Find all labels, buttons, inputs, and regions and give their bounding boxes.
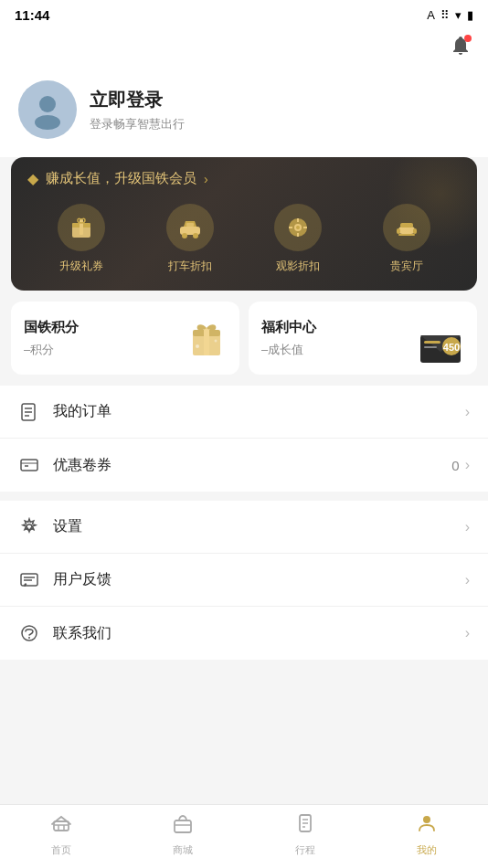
coupon-icon: [18, 454, 40, 476]
settings-icon: [18, 516, 40, 538]
svg-rect-28: [424, 346, 437, 348]
svg-rect-23: [204, 328, 209, 355]
vip-banner: ◆ 赚成长值，升级国铁会员 › 升级礼券: [11, 157, 477, 291]
status-bar: 11:44 A ⠿ ▾ ▮: [0, 0, 488, 29]
card-points[interactable]: 国铁积分 –积分: [11, 302, 239, 375]
svg-point-54: [423, 816, 430, 823]
card-points-image: [179, 313, 234, 373]
svg-point-11: [296, 226, 300, 229]
vip-lounge-icon: [383, 204, 430, 251]
notification-bell[interactable]: [448, 33, 473, 58]
home-tab-label: 首页: [51, 843, 71, 857]
tab-shop[interactable]: 商城: [122, 812, 245, 861]
svg-rect-17: [397, 228, 400, 234]
vip-item-upgrade[interactable]: 升级礼券: [58, 204, 105, 274]
vip-arrow-icon: ›: [204, 172, 208, 186]
vip-car-icon: [166, 204, 214, 251]
vip-movie-label: 观影折扣: [276, 259, 320, 274]
signal-icon: A: [427, 8, 435, 22]
coupons-badge: 0: [451, 458, 459, 473]
svg-text:450: 450: [443, 342, 460, 353]
vip-lounge-label: 贵宾厅: [390, 259, 423, 274]
vip-taxi-label: 打车折扣: [168, 259, 212, 274]
menu-item-contact[interactable]: 联系我们 ›: [0, 607, 488, 660]
card-points-text: 国铁积分 –积分: [24, 319, 79, 358]
avatar-icon: [26, 88, 69, 132]
svg-rect-16: [398, 227, 415, 234]
status-icons: A ⠿ ▾ ▮: [427, 8, 473, 22]
tab-mine[interactable]: 我的: [366, 812, 489, 861]
svg-point-7: [193, 233, 198, 238]
card-points-title: 国铁积分: [24, 319, 79, 336]
svg-point-43: [28, 637, 30, 639]
svg-rect-8: [186, 223, 194, 227]
svg-point-24: [196, 344, 199, 348]
vip-title: 赚成长值，升级国铁会员: [46, 170, 196, 187]
vip-upgrade-label: 升级礼券: [59, 259, 103, 274]
feedback-chevron: ›: [465, 572, 470, 588]
svg-rect-20: [398, 234, 415, 236]
svg-rect-18: [413, 228, 417, 234]
status-time: 11:44: [15, 7, 49, 23]
vip-diamond-icon: ◆: [27, 170, 38, 187]
orders-label: 我的订单: [53, 402, 460, 421]
vip-movie-icon: [274, 204, 322, 251]
card-welfare-sub: –成长值: [261, 342, 316, 358]
tab-trip[interactable]: 行程: [244, 812, 366, 861]
vip-item-taxi[interactable]: 打车折扣: [166, 204, 214, 274]
vip-items: 升级礼券 打车折扣: [27, 204, 461, 274]
orders-chevron: ›: [465, 404, 470, 420]
vip-item-lounge[interactable]: 贵宾厅: [383, 204, 430, 274]
svg-point-0: [39, 96, 56, 112]
card-points-sub: –积分: [24, 342, 79, 358]
vip-gift-icon: [58, 204, 105, 251]
profile-subtitle: 登录畅享智慧出行: [90, 116, 185, 132]
card-welfare[interactable]: 福利中心 –成长值 450: [249, 302, 477, 375]
svg-rect-27: [424, 341, 440, 344]
feedback-label: 用户反馈: [53, 570, 460, 589]
battery-icon: ▮: [467, 8, 473, 22]
vip-header[interactable]: ◆ 赚成长值，升级国铁会员 ›: [27, 170, 461, 187]
menu-item-coupons[interactable]: 优惠卷券 0 ›: [0, 439, 488, 492]
vip-item-movie[interactable]: 观影折扣: [274, 204, 322, 274]
svg-point-6: [182, 233, 187, 238]
tab-home[interactable]: 首页: [0, 812, 122, 861]
svg-point-1: [35, 115, 60, 130]
avatar: [18, 80, 77, 139]
tab-bar: 首页 商城 行程: [0, 804, 488, 868]
notification-area: [0, 29, 488, 66]
home-tab-icon: [50, 812, 72, 840]
settings-label: 设置: [53, 517, 460, 536]
shop-tab-label: 商城: [173, 843, 193, 857]
contact-label: 联系我们: [53, 624, 460, 643]
svg-rect-48: [175, 820, 191, 832]
svg-rect-4: [80, 219, 83, 235]
contact-chevron: ›: [465, 625, 470, 641]
notification-dot: [464, 35, 472, 42]
card-welfare-image: 450: [413, 319, 472, 373]
order-icon: [18, 401, 40, 423]
mine-tab-label: 我的: [417, 843, 437, 857]
nfc-icon: ⠿: [440, 8, 450, 22]
menu-item-orders[interactable]: 我的订单 ›: [0, 386, 488, 439]
coupons-chevron: ›: [465, 457, 470, 473]
contact-icon: [18, 622, 40, 644]
trip-tab-icon: [294, 812, 316, 840]
trip-tab-label: 行程: [295, 843, 315, 857]
menu-section-2: 设置 › 用户反馈 › 联系我们 ›: [0, 501, 488, 660]
mine-tab-icon: [416, 812, 438, 840]
cards-row: 国铁积分 –积分 福利中心 –成长值: [11, 302, 477, 375]
svg-rect-19: [400, 223, 413, 228]
card-welfare-text: 福利中心 –成长值: [261, 319, 316, 358]
coupons-label: 优惠卷券: [53, 456, 451, 475]
menu-section-1: 我的订单 › 优惠卷券 0 ›: [0, 386, 488, 492]
menu-item-feedback[interactable]: 用户反馈 ›: [0, 554, 488, 607]
shop-tab-icon: [172, 812, 194, 840]
wifi-icon: ▾: [455, 8, 461, 22]
svg-rect-44: [54, 821, 69, 831]
card-welfare-title: 福利中心: [261, 319, 316, 336]
feedback-icon: [18, 569, 40, 591]
settings-chevron: ›: [465, 519, 470, 535]
profile-section[interactable]: 立即登录 登录畅享智慧出行: [0, 66, 488, 157]
menu-item-settings[interactable]: 设置 ›: [0, 501, 488, 554]
